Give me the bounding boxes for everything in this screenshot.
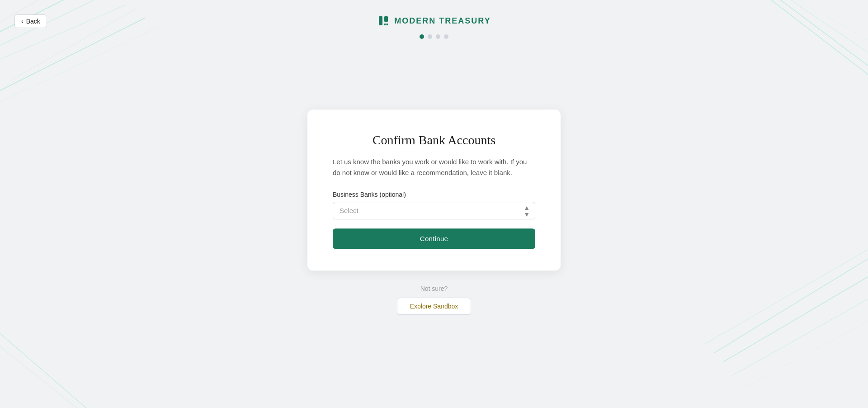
svg-rect-19 xyxy=(384,16,388,22)
logo-text: MODERN TREASURY xyxy=(394,16,491,26)
step-dot-2 xyxy=(428,34,432,39)
step-indicators xyxy=(420,34,448,39)
bottom-section: Not sure? Explore Sandbox xyxy=(397,285,472,315)
step-dot-3 xyxy=(436,34,440,39)
confirm-bank-accounts-card: Confirm Bank Accounts Let us know the ba… xyxy=(307,109,561,270)
continue-button[interactable]: Continue xyxy=(333,228,535,249)
svg-line-10 xyxy=(760,0,868,81)
svg-rect-18 xyxy=(379,16,382,25)
business-banks-field: Business Banks (optional) Select ▲ ▼ xyxy=(333,191,535,219)
main-content: Confirm Bank Accounts Let us know the ba… xyxy=(307,109,561,315)
svg-line-12 xyxy=(732,294,868,375)
step-dot-4 xyxy=(444,34,448,39)
logo-icon xyxy=(377,14,390,27)
header: MODERN TREASURY xyxy=(0,14,868,39)
svg-line-15 xyxy=(705,244,868,344)
not-sure-text: Not sure? xyxy=(420,285,448,292)
explore-sandbox-button[interactable]: Explore Sandbox xyxy=(397,298,472,315)
select-wrapper: Select ▲ ▼ xyxy=(333,202,535,219)
svg-line-17 xyxy=(0,339,81,408)
svg-line-14 xyxy=(714,253,868,353)
svg-line-13 xyxy=(741,317,868,389)
step-dot-1 xyxy=(420,34,424,39)
svg-line-11 xyxy=(723,271,868,362)
card-title: Confirm Bank Accounts xyxy=(333,133,535,147)
svg-rect-21 xyxy=(387,24,388,25)
card-description: Let us know the banks you work or would … xyxy=(333,157,535,178)
field-label: Business Banks (optional) xyxy=(333,191,535,198)
business-banks-select[interactable]: Select xyxy=(333,202,535,219)
logo: MODERN TREASURY xyxy=(377,14,491,27)
svg-line-16 xyxy=(0,326,90,408)
svg-rect-20 xyxy=(384,24,386,25)
